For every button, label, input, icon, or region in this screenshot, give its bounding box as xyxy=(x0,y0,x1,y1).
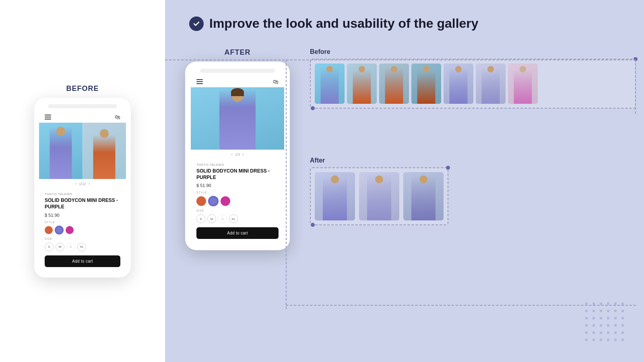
before-product-image[interactable] xyxy=(39,123,126,179)
after-next-arrow[interactable]: › xyxy=(242,152,244,156)
after-size-xl[interactable]: XL xyxy=(229,214,238,223)
before-nav: 🛍 xyxy=(39,110,126,123)
before-color-swatches xyxy=(45,226,120,234)
gallery-after-section: After xyxy=(310,157,448,225)
after-prev-arrow[interactable]: ‹ xyxy=(231,152,232,156)
connector-line-right-before xyxy=(635,60,636,114)
connector-line-left-vert xyxy=(286,60,287,309)
before-size-m[interactable]: M xyxy=(56,243,64,251)
before-style-label: STYLE xyxy=(45,221,120,224)
after-swatch-pink[interactable] xyxy=(221,196,230,206)
after-size-x[interactable]: X xyxy=(218,214,227,223)
after-hamburger-line-2 xyxy=(196,81,203,82)
before-search-bar xyxy=(48,104,118,108)
gallery-thumb-1[interactable] xyxy=(315,64,345,104)
left-panel: BEFORE 🛍 xyxy=(0,0,165,362)
gallery-thumb-3[interactable] xyxy=(379,64,409,104)
before-next-arrow[interactable]: › xyxy=(89,181,90,186)
before-size-xl[interactable]: XL xyxy=(77,243,86,251)
before-label: BEFORE xyxy=(66,84,99,93)
after-phone-mockup: 🛍 ‹ 1/3 › TOKYO TALKIES xyxy=(185,62,290,250)
gallery-after-thumb-3[interactable] xyxy=(403,172,444,220)
before-swatch-purple[interactable] xyxy=(55,226,63,234)
before-phone-mockup: 🛍 xyxy=(34,98,131,277)
gallery-thumb-2[interactable] xyxy=(347,64,377,104)
after-phone-container: AFTER 🛍 xyxy=(185,48,290,250)
before-product-name: SOLID BODYCON MINI DRESS - PURPLE xyxy=(45,197,120,210)
connector-line-top xyxy=(165,60,636,60)
after-search-bar xyxy=(200,69,275,73)
after-hamburger-line-1 xyxy=(196,79,203,80)
before-product-details: TOKYO TALKIES SOLID BODYCON MINI DRESS -… xyxy=(39,188,126,272)
gallery-after-label: After xyxy=(310,157,448,164)
before-size-x[interactable]: X xyxy=(66,243,75,251)
hamburger-line-3 xyxy=(45,119,51,119)
after-size-m[interactable]: M xyxy=(207,214,216,223)
checkmark-svg xyxy=(192,20,200,28)
gallery-after-container xyxy=(310,167,448,225)
after-price: $ 51.90 xyxy=(196,183,279,188)
before-size-s[interactable]: S xyxy=(45,243,54,251)
gallery-thumb-7[interactable] xyxy=(508,64,538,104)
gallery-thumb-6[interactable] xyxy=(476,64,506,104)
gallery-before-section: Before xyxy=(310,48,636,109)
gallery-after-thumb-1[interactable] xyxy=(315,172,355,220)
check-icon xyxy=(189,16,204,31)
grid-decoration xyxy=(585,302,624,346)
before-phone-screen: 🛍 xyxy=(39,103,126,272)
before-phone-container: BEFORE 🛍 xyxy=(8,84,157,277)
after-carousel: ‹ 1/3 › xyxy=(191,150,284,159)
gallery-before-container xyxy=(310,59,636,109)
before-brand: TOKYO TALKIES xyxy=(45,192,120,196)
before-price: $ 51.90 xyxy=(45,213,120,218)
before-hamburger-icon[interactable] xyxy=(45,115,51,119)
after-brand: TOKYO TALKIES xyxy=(196,163,279,167)
after-swatch-orange[interactable] xyxy=(196,196,206,206)
gallery-before-label: Before xyxy=(310,48,636,56)
gallery-thumb-5[interactable] xyxy=(444,64,473,104)
gallery-after-thumb-2[interactable] xyxy=(359,172,399,220)
connector-line-bottom xyxy=(286,305,636,306)
connector-dot-after xyxy=(311,223,315,227)
after-label: AFTER xyxy=(185,48,290,57)
before-swatch-orange[interactable] xyxy=(45,226,53,234)
after-size-options: S M X XL xyxy=(196,214,279,223)
after-add-to-cart-button[interactable]: Add to cart xyxy=(196,227,279,239)
before-cart-icon[interactable]: 🛍 xyxy=(115,114,120,120)
before-size-options: S M X XL xyxy=(45,243,120,251)
hamburger-line-2 xyxy=(45,117,51,117)
after-size-s[interactable]: S xyxy=(196,214,205,223)
before-prev-arrow[interactable]: ‹ xyxy=(75,181,76,186)
after-phone-screen: 🛍 ‹ 1/3 › TOKYO TALKIES xyxy=(191,67,284,245)
after-swatch-purple[interactable] xyxy=(208,196,218,206)
before-top-bar xyxy=(39,103,126,110)
before-page-indicator: 1/12 xyxy=(79,182,86,186)
hamburger-line-1 xyxy=(45,115,51,115)
after-nav: 🛍 xyxy=(191,74,284,87)
after-cart-icon[interactable]: 🛍 xyxy=(273,78,279,85)
after-size-label: SIZE xyxy=(196,209,279,212)
after-hamburger-line-3 xyxy=(196,83,203,84)
before-swatch-pink[interactable] xyxy=(66,226,74,234)
right-panel: Improve the look and usability of the ga… xyxy=(165,0,644,362)
before-carousel: ‹ 1/12 › xyxy=(39,179,126,188)
before-add-to-cart-button[interactable]: Add to cart xyxy=(45,255,120,267)
after-product-name: SOLID BODYCON MINI DRESS - PURPLE xyxy=(196,168,279,181)
after-product-details: TOKYO TALKIES SOLID BODYCON MINI DRESS -… xyxy=(191,159,284,245)
gallery-thumb-4[interactable] xyxy=(411,64,441,104)
before-size-label: SIZE xyxy=(45,237,120,240)
after-hamburger-icon[interactable] xyxy=(196,79,203,84)
page-header: Improve the look and usability of the ga… xyxy=(189,16,624,31)
after-top-bar xyxy=(191,67,284,74)
after-page-indicator: 1/3 xyxy=(235,152,240,156)
after-product-image[interactable] xyxy=(191,87,284,150)
connector-dot-before-left xyxy=(311,106,315,110)
after-style-label: STYLE xyxy=(196,191,279,194)
header-title: Improve the look and usability of the ga… xyxy=(209,16,479,31)
after-color-swatches xyxy=(196,196,279,206)
connector-dot-after-right xyxy=(446,166,450,170)
